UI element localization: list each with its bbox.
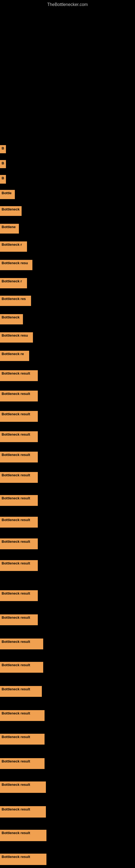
bottleneck-result-item[interactable]: Bottleneck result [0,538,38,549]
site-title: TheBottlenecker.com [0,0,135,8]
bottleneck-result-item[interactable]: Bottleneck result [0,391,38,401]
bottleneck-result-item[interactable]: B [0,145,6,153]
bottleneck-result-item[interactable]: Bottleneck result [0,854,46,865]
bottleneck-result-item[interactable]: Bottleneck r [0,241,27,252]
bottleneck-result-item[interactable]: Bottleneck result [0,662,43,673]
bottleneck-result-item[interactable]: Bottleneck result [0,495,38,506]
bottleneck-result-item[interactable]: Bottleneck re [0,351,29,361]
bottleneck-result-item[interactable]: Bottleneck result [0,411,38,422]
bottleneck-result-item[interactable]: Bottleneck result [0,560,38,571]
bottleneck-result-item[interactable]: Bottleneck result [0,472,38,483]
bottleneck-result-item[interactable]: Bottleneck res [0,296,31,306]
bottleneck-result-item[interactable]: Bottleneck result [0,781,46,793]
bottleneck-result-item[interactable]: B [0,160,6,168]
bottleneck-result-item[interactable]: Bottleneck resu [0,332,33,343]
bottleneck-result-item[interactable]: Bottleneck r [0,278,27,288]
bottleneck-result-item[interactable]: B [0,175,6,184]
bottleneck-result-item[interactable]: Bottleneck result [0,758,45,769]
bottleneck-result-item[interactable]: Bottlene [0,224,19,234]
bottleneck-result-item[interactable]: Bottleneck [0,314,23,324]
bottleneck-result-item[interactable]: Bottleneck resu [0,260,32,270]
bottleneck-result-item[interactable]: Bottleneck result [0,639,43,649]
bottleneck-result-item[interactable]: Bottleneck result [0,686,42,697]
bottleneck-result-item[interactable]: Bottleneck result [0,452,38,463]
bottleneck-result-item[interactable]: Bottleneck result [0,517,38,528]
bottleneck-result-item[interactable]: Bottleneck result [0,734,45,745]
bottleneck-result-item[interactable]: Bottleneck result [0,830,46,841]
bottleneck-result-item[interactable]: Bottleneck result [0,614,38,625]
bottleneck-result-item[interactable]: Bottleneck result [0,370,38,381]
bottleneck-result-item[interactable]: Bottle [0,190,15,199]
bottleneck-result-item[interactable]: Bottleneck result [0,806,46,817]
bottleneck-result-item[interactable]: Bottleneck result [0,710,45,721]
bottleneck-result-item[interactable]: Bottleneck result [0,431,38,442]
bottleneck-result-item[interactable]: Bottleneck result [0,590,38,601]
bottleneck-result-item[interactable]: Bottleneck [0,206,21,216]
